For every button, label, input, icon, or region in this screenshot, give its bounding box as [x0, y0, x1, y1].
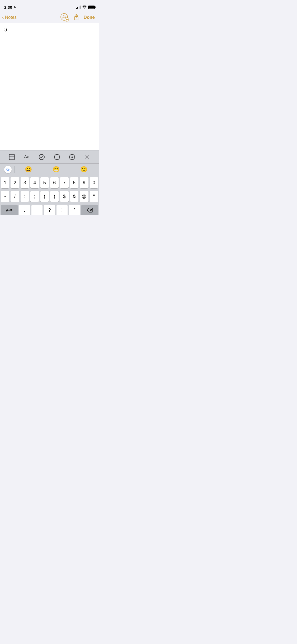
svg-point-11 — [39, 154, 44, 160]
share-button[interactable] — [73, 14, 79, 21]
key-semicolon[interactable]: ; — [30, 191, 39, 202]
key-6[interactable]: 6 — [50, 177, 59, 188]
key-colon[interactable]: : — [21, 191, 29, 202]
time-display: 2:30 — [4, 5, 12, 10]
add-contact-button[interactable] — [60, 13, 69, 22]
key-4[interactable]: 4 — [30, 177, 39, 188]
formatting-toolbar: Aa A — [0, 150, 99, 163]
svg-rect-6 — [9, 154, 15, 160]
key-apostrophe[interactable]: ' — [69, 205, 80, 215]
key-minus[interactable]: - — [1, 191, 9, 202]
table-button[interactable] — [9, 154, 15, 160]
key-hashtag-equals[interactable]: #+= — [1, 205, 18, 215]
key-ampersand[interactable]: & — [70, 191, 78, 202]
back-label: Notes — [5, 15, 17, 20]
wifi-icon — [82, 5, 87, 9]
google-search-button[interactable]: G — [2, 164, 14, 175]
font-button[interactable]: Aa — [24, 154, 30, 160]
status-icons — [76, 5, 95, 9]
divider-2 — [42, 166, 42, 173]
svg-point-1 — [63, 15, 65, 17]
key-comma[interactable]: , — [31, 205, 43, 215]
key-open-paren[interactable]: ( — [40, 191, 49, 202]
location-icon: ➤ — [14, 6, 16, 9]
add-button[interactable] — [54, 154, 60, 160]
key-row-numbers: 1 2 3 4 5 6 7 8 9 0 — [1, 177, 98, 188]
key-close-paren[interactable]: ) — [50, 191, 59, 202]
close-toolbar-button[interactable] — [84, 154, 90, 160]
google-logo: G — [4, 166, 12, 173]
checklist-button[interactable] — [39, 154, 45, 160]
key-slash[interactable]: / — [11, 191, 19, 202]
svg-text:A: A — [71, 155, 73, 159]
key-5[interactable]: 5 — [40, 177, 49, 188]
key-period[interactable]: . — [19, 205, 30, 215]
nav-actions: Done — [60, 13, 95, 22]
note-content[interactable]: :) — [0, 23, 99, 150]
key-quote[interactable]: " — [90, 191, 98, 202]
status-bar: 2:30 ➤ — [0, 0, 99, 12]
key-2[interactable]: 2 — [11, 177, 19, 188]
key-exclamation[interactable]: ! — [56, 205, 68, 215]
chevron-left-icon: ‹ — [2, 14, 4, 20]
keyboard: 1 2 3 4 5 6 7 8 9 0 - / : ; ( ) $ & @ " … — [0, 175, 99, 215]
key-7[interactable]: 7 — [60, 177, 68, 188]
key-row-symbols: - / : ; ( ) $ & @ " — [1, 191, 98, 202]
done-button[interactable]: Done — [84, 15, 95, 20]
key-9[interactable]: 9 — [80, 177, 88, 188]
note-text: :) — [4, 26, 95, 33]
markup-button[interactable]: A — [69, 154, 75, 160]
battery-icon — [88, 6, 95, 9]
nav-bar: ‹ Notes Done — [0, 12, 99, 23]
emoji-suggestion-3[interactable]: 🙂 — [70, 166, 97, 173]
emoji-suggestion-2[interactable]: 😁 — [43, 166, 69, 173]
key-at[interactable]: @ — [80, 191, 88, 202]
key-question[interactable]: ? — [44, 205, 55, 215]
back-button[interactable]: ‹ Notes — [2, 15, 17, 20]
key-8[interactable]: 8 — [70, 177, 78, 188]
key-1[interactable]: 1 — [1, 177, 9, 188]
suggestion-bar: G 😀 😁 🙂 — [0, 163, 99, 175]
key-0[interactable]: 0 — [90, 177, 98, 188]
status-time: 2:30 ➤ — [4, 5, 16, 10]
divider-1 — [14, 166, 15, 173]
key-row-punctuation: #+= . , ? ! ' — [1, 205, 98, 215]
divider-3 — [70, 166, 70, 173]
signal-icon — [76, 6, 81, 9]
key-dollar[interactable]: $ — [60, 191, 68, 202]
key-3[interactable]: 3 — [21, 177, 29, 188]
delete-key[interactable] — [81, 205, 98, 215]
emoji-suggestion-1[interactable]: 😀 — [15, 166, 41, 173]
